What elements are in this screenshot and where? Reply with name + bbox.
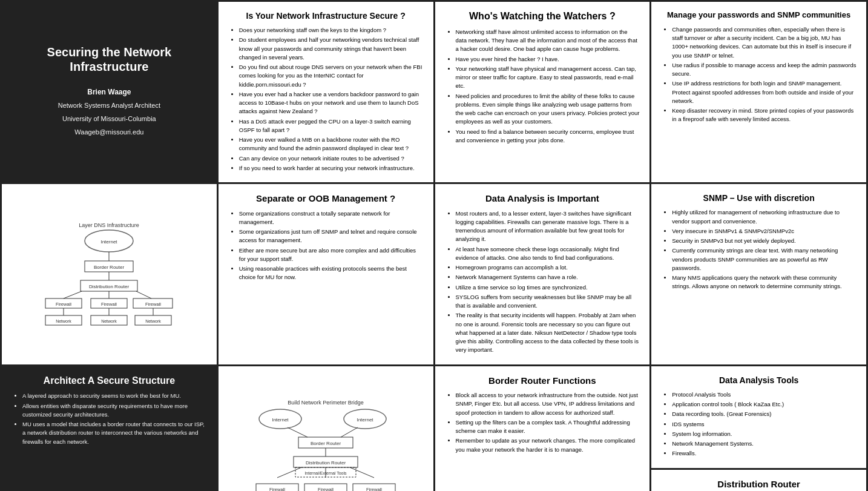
list-item: IDS systems [672,420,856,429]
svg-line-39 [277,467,301,478]
svg-text:Network: Network [102,319,117,323]
list-item: Most routers and, to a lesser extent, la… [456,209,640,244]
list-item: Some organizations construct a totally s… [239,209,424,227]
data-analysis-cell: Data Analysis is Important Most routers … [435,184,652,366]
list-item: Block all access to your network infrast… [456,391,640,417]
architect-diagram-svg: Build Network Perimeter Bridge Internet … [244,396,407,491]
watchers-cell: Who's Watching the Watchers ? Networking… [435,2,652,184]
list-item: Have you ever walked a MIB on a backbone… [239,136,424,153]
svg-text:Network: Network [146,319,162,323]
watchers-list: Networking staff have almost unlimited a… [445,28,640,145]
svg-text:Network: Network [56,319,72,323]
list-item: Allows entities with disparate security … [22,402,207,420]
list-item: Can any device on your network initiate … [239,154,424,163]
list-item: Either are more secure but are also more… [239,246,424,264]
svg-text:Build Network Perimeter Bridge: Build Network Perimeter Bridge [288,400,364,406]
distribution-heading: Distribution Router [661,478,856,490]
list-item: Homegrown programs can accomplish a lot. [456,263,640,272]
svg-text:Firewall: Firewall [366,487,382,491]
list-item: SYSLOG suffers from security weaknesses … [456,293,640,311]
list-item: Use IP address restrictions for both log… [672,79,856,105]
svg-text:Internet: Internet [101,239,118,245]
list-item: Currently community strings are clear te… [672,246,856,272]
list-item: Change passwords and communities often, … [672,25,856,60]
list-item: MU uses a model that includes a border r… [22,420,207,446]
passwords-heading: Manage your passwords and SNMP communiti… [661,10,856,21]
list-item: Keep disaster recovery in mind. Store pr… [672,107,856,124]
svg-text:Firewall: Firewall [318,487,334,491]
data-analysis-heading: Data Analysis is Important [445,193,640,205]
network-secure-list: Does your networking staff own the keys … [228,26,424,173]
list-item: Firewalls. [672,449,856,458]
list-item: Your networking staff have physical and … [456,65,640,91]
list-item: Network Management Systems can have a ro… [456,273,640,282]
architect-diagram: Build Network Perimeter Bridge Internet … [223,371,429,491]
list-item: Use radius if possible to manage access … [672,61,856,79]
list-item: Network Management Systems. [672,440,856,448]
architect-diagram-cell: Build Network Perimeter Bridge Internet … [219,366,435,491]
svg-text:Internet: Internet [272,417,289,423]
svg-text:Layer DNS Infrastructure: Layer DNS Infrastructure [79,222,140,228]
list-item: A layered approach to security seems to … [22,392,207,400]
svg-text:Firewall: Firewall [145,302,161,307]
svg-text:Firewall: Firewall [269,487,285,491]
list-item: Do student employees and half your netwo… [239,36,424,62]
svg-text:Internal/External Tools: Internal/External Tools [305,471,347,475]
list-item: Networking staff have almost unlimited a… [456,28,640,54]
architect-list: A layered approach to security seems to … [12,392,207,446]
svg-text:Firewall: Firewall [101,302,117,307]
passwords-list: Change passwords and communities often, … [661,25,856,124]
passwords-cell: Manage your passwords and SNMP communiti… [651,2,868,184]
col4-row3-wrapper: Data Analysis Tools Protocol Analysis To… [651,366,868,491]
list-item: System log information. [672,430,856,438]
list-item: Protocol Analysis Tools [672,390,856,399]
snmp-discretion-heading: SNMP – Use with discretion [661,193,856,203]
oob-list: Some organizations construct a totally s… [228,209,424,282]
data-tools-list: Protocol Analysis Tools Application cont… [661,390,856,458]
data-analysis-list: Most routers and, to a lesser extent, la… [445,209,640,355]
border-router-list: Block all access to your network infrast… [445,391,640,454]
svg-line-32 [288,427,307,437]
border-router-cell: Border Router Functions Block all access… [435,366,652,491]
architect-cell: Architect A Secure Structure A layered a… [2,366,219,491]
svg-text:Distribution Router: Distribution Router [89,284,130,289]
svg-line-9 [64,291,82,298]
svg-text:Border Router: Border Router [311,441,341,446]
data-tools-heading: Data Analysis Tools [661,375,856,386]
list-item: Have you ever had a hacker use a vendors… [239,90,424,116]
list-item: Remember to update as your network chang… [456,437,640,454]
snmp-discretion-cell: SNMP – Use with discretion Highly utiliz… [651,184,868,366]
list-item: Utilize a time service so log times are … [456,283,640,292]
author-university: University of Missouri-Columbia [62,113,156,125]
border-router-heading: Border Router Functions [445,375,640,387]
list-item: Many NMS applications query the network … [672,274,856,291]
title-cell: Securing the Network Infrastructure Brie… [2,2,219,184]
distribution-cell: Distribution Router A backbone of backbo… [651,470,866,491]
dns-diagram: Layer DNS Infrastructure Internet Border… [7,189,212,360]
list-item: Does your networking staff own the keys … [239,26,424,35]
author-name: Brien Waage [87,86,131,98]
list-item: Highly utilized for management of networ… [672,208,856,226]
dns-diagram-cell: Layer DNS Infrastructure Internet Border… [2,184,219,366]
list-item: Some organizations just turn off SNMP an… [239,228,424,245]
list-item: The reality is that security incidents w… [456,311,640,354]
data-tools-cell: Data Analysis Tools Protocol Analysis To… [651,366,866,470]
svg-line-11 [136,291,151,298]
svg-text:Internet: Internet [357,417,374,423]
list-item: At least have someone check these logs o… [456,245,640,263]
list-item: Need policies and procedures to limit th… [456,92,640,127]
author-role: Network Systems Analyst Architect [58,100,160,111]
architect-heading: Architect A Secure Structure [12,375,207,387]
oob-cell: Separate or OOB Management ? Some organi… [219,184,435,366]
list-item: Setting up the filters can be a complex … [456,418,640,436]
svg-text:Firewall: Firewall [56,302,71,307]
list-item: You need to find a balance between secur… [456,128,640,145]
svg-text:Border Router: Border Router [94,265,125,270]
list-item: If so you need to work harder at securin… [239,164,424,173]
list-item: Very insecure in SNMPv1 & SNMPv2/SNMPv2c [672,227,856,236]
svg-text:Distribution Router: Distribution Router [306,460,346,466]
dns-diagram-svg: Layer DNS Infrastructure Internet Border… [33,220,185,329]
list-item: Using reasonable practices with existing… [239,265,424,282]
network-secure-cell: Is Your Network Infrastructure Secure ? … [219,2,435,184]
list-item: Security in SNMPv3 but not yet widely de… [672,237,856,245]
